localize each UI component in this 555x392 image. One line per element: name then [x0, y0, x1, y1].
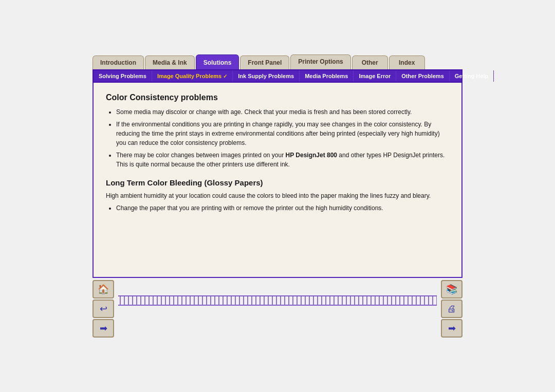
section1-title: Color Consistency problems	[106, 93, 449, 102]
section2-title: Long Term Color Bleeding (Glossy Papers)	[106, 178, 449, 187]
print-button[interactable]: 🖨	[441, 300, 462, 318]
section1-list: Some media may discolor or change with a…	[116, 107, 449, 169]
nav-buttons-left: 🏠 ↩ ➡	[92, 280, 114, 338]
tab-front-panel[interactable]: Front Panel	[240, 55, 289, 69]
bullet-4: Change the paper that you are printing w…	[116, 203, 449, 213]
nav-buttons-right: 📚 🖨 ➡	[441, 280, 462, 338]
brand-name: HP DesignJet 800	[286, 152, 338, 159]
spiral-line	[118, 295, 437, 306]
subtab-image-quality[interactable]: Image Quality Problems	[152, 70, 233, 82]
tab-printer-options[interactable]: Printer Options	[290, 54, 350, 69]
tab-introduction[interactable]: Introduction	[92, 55, 144, 69]
content-area: Color Consistency problems Some media ma…	[92, 83, 462, 278]
spiral-decoration	[114, 295, 441, 306]
bullet-3: There may be color changes between image…	[116, 151, 449, 169]
bullet-2: If the environmental conditions you are …	[116, 120, 449, 147]
back-button[interactable]: ↩	[92, 300, 114, 318]
next-button[interactable]: ➡	[441, 319, 462, 338]
bullet-1: Some media may discolor or change with a…	[116, 107, 449, 117]
sub-tabs: Solving Problems Image Quality Problems …	[92, 69, 462, 83]
tab-index[interactable]: Index	[389, 55, 425, 69]
home-button[interactable]: 🏠	[92, 280, 114, 298]
subtab-other-problems[interactable]: Other Problems	[396, 70, 450, 82]
book-button[interactable]: 📚	[441, 280, 462, 298]
main-tabs: Introduction Media & Ink Solutions Front…	[92, 54, 462, 69]
forward-left-button[interactable]: ➡	[92, 319, 114, 338]
app-container: Introduction Media & Ink Solutions Front…	[92, 54, 462, 338]
subtab-ink-supply[interactable]: Ink Supply Problems	[233, 70, 300, 82]
section2-para: High ambient humidity at your location c…	[106, 191, 449, 200]
bottom-nav: 🏠 ↩ ➡ 📚 🖨 ➡	[92, 280, 462, 338]
tab-media-ink[interactable]: Media & Ink	[145, 55, 195, 69]
tab-solutions[interactable]: Solutions	[196, 54, 239, 69]
subtab-media-problems[interactable]: Media Problems	[300, 70, 354, 82]
tab-other[interactable]: Other	[352, 55, 388, 69]
subtab-solving-problems[interactable]: Solving Problems	[94, 70, 152, 82]
section2-list: Change the paper that you are printing w…	[116, 203, 449, 213]
subtab-getting-help[interactable]: Getting Help	[450, 70, 494, 82]
subtab-image-error[interactable]: Image Error	[354, 70, 396, 82]
